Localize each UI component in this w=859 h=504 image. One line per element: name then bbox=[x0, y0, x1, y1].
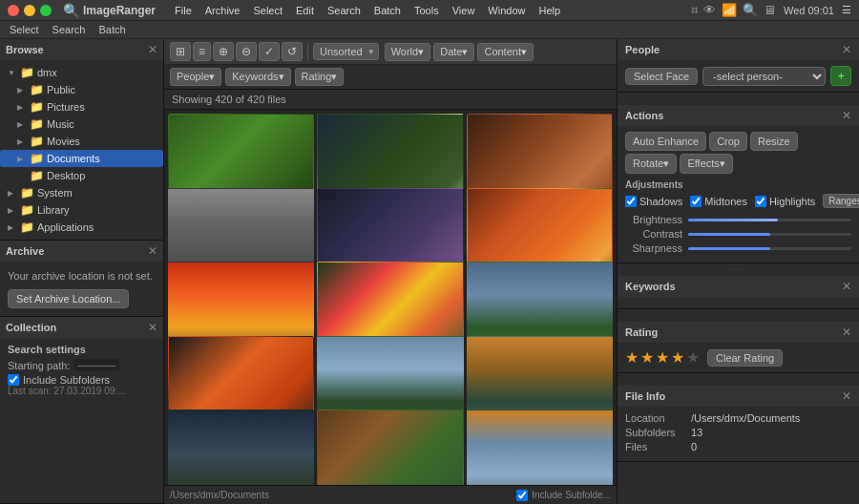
arrow-icon: ▶ bbox=[8, 223, 17, 232]
collection-close-btn[interactable]: ✕ bbox=[148, 321, 157, 334]
include-subfolders-row[interactable]: Include Subfolders bbox=[8, 374, 156, 386]
menu-search[interactable]: Search bbox=[322, 3, 367, 18]
crop-btn[interactable]: Crop bbox=[709, 132, 747, 151]
thumbnail-14[interactable] bbox=[317, 410, 463, 485]
browse-header[interactable]: Browse ✕ bbox=[0, 39, 163, 60]
view-grid-btn[interactable]: ⊞ bbox=[170, 42, 191, 61]
ranges-btn[interactable]: Ranges bbox=[823, 194, 859, 208]
rating-close-btn[interactable]: ✕ bbox=[842, 326, 851, 339]
contrast-slider[interactable] bbox=[688, 233, 851, 236]
titlebar-monitor-icon[interactable]: 🖥 bbox=[764, 3, 776, 17]
menu-view[interactable]: View bbox=[447, 3, 481, 18]
tree-item-public[interactable]: ▶ 📁 Public bbox=[0, 81, 163, 98]
clear-rating-btn[interactable]: Clear Rating bbox=[707, 349, 783, 367]
tree-item-movies[interactable]: ▶ 📁 Movies bbox=[0, 133, 163, 150]
menu-select[interactable]: Select bbox=[247, 3, 288, 18]
keywords-pill-btn[interactable]: Keywords▾ bbox=[225, 68, 290, 86]
content-filter-btn[interactable]: Content▾ bbox=[477, 43, 534, 61]
archive-close-btn[interactable]: ✕ bbox=[148, 244, 157, 258]
tree-item-dmx[interactable]: ▼ 📁 dmx bbox=[0, 64, 163, 81]
people-close-btn[interactable]: ✕ bbox=[842, 43, 851, 56]
nav-tab-select[interactable]: Select bbox=[4, 23, 45, 36]
browse-tree: ▼ 📁 dmx ▶ 📁 Public ▶ 📁 Pictures ▶ 📁 bbox=[0, 60, 163, 240]
actions-header[interactable]: Actions ✕ bbox=[618, 105, 859, 126]
fileinfo-close-btn[interactable]: ✕ bbox=[842, 389, 851, 403]
tree-item-pictures[interactable]: ▶ 📁 Pictures bbox=[0, 98, 163, 116]
menu-edit[interactable]: Edit bbox=[290, 3, 320, 18]
rating-header[interactable]: Rating ✕ bbox=[618, 322, 859, 343]
highlights-check[interactable]: Highlights bbox=[755, 196, 815, 207]
star-4[interactable]: ★ bbox=[671, 348, 684, 367]
nav-tab-batch[interactable]: Batch bbox=[93, 23, 131, 36]
tree-item-music[interactable]: ▶ 📁 Music bbox=[0, 116, 163, 133]
titlebar-icon-3[interactable]: 📶 bbox=[722, 3, 737, 17]
people-header[interactable]: People ✕ bbox=[618, 39, 859, 60]
effects-btn[interactable]: Effects▾ bbox=[680, 154, 732, 174]
star-2[interactable]: ★ bbox=[640, 348, 654, 367]
rating-pill-btn[interactable]: Rating▾ bbox=[295, 68, 345, 86]
close-window-btn[interactable] bbox=[8, 5, 19, 16]
tree-item-desktop[interactable]: 📁 Desktop bbox=[0, 167, 163, 184]
tree-item-applications[interactable]: ▶ 📁 Applications bbox=[0, 219, 163, 236]
nav-tab-search[interactable]: Search bbox=[47, 23, 92, 36]
zoom-in-btn[interactable]: ⊕ bbox=[213, 42, 234, 61]
drag-handle-3[interactable]: · · · · · bbox=[618, 309, 859, 322]
tree-item-system[interactable]: ▶ 📁 System bbox=[0, 184, 163, 201]
add-person-btn[interactable]: + bbox=[830, 66, 851, 86]
content-statusbar: Showing 420 of 420 files bbox=[164, 90, 617, 110]
people-pill-btn[interactable]: People▾ bbox=[170, 68, 221, 86]
refresh-btn[interactable]: ↺ bbox=[282, 42, 303, 61]
sort-dropdown[interactable]: Unsorted bbox=[313, 43, 379, 60]
actions-close-btn[interactable]: ✕ bbox=[842, 109, 851, 122]
titlebar-icon-1[interactable]: ⌗ bbox=[691, 3, 698, 18]
thumbnail-13[interactable] bbox=[168, 410, 314, 485]
toolbar-sep bbox=[307, 43, 308, 60]
check-btn[interactable]: ✓ bbox=[259, 42, 280, 61]
menu-tools[interactable]: Tools bbox=[409, 3, 445, 18]
select-face-btn[interactable]: Select Face bbox=[625, 68, 698, 85]
keywords-header[interactable]: Keywords ✕ bbox=[618, 276, 859, 297]
auto-enhance-btn[interactable]: Auto Enhance bbox=[625, 132, 706, 151]
menu-archive[interactable]: Archive bbox=[199, 3, 246, 18]
date-filter-btn[interactable]: Date▾ bbox=[433, 43, 474, 61]
include-subfolders-checkbox[interactable] bbox=[8, 374, 19, 386]
tree-item-documents[interactable]: ▶ 📁 Documents bbox=[0, 150, 163, 167]
thumbnail-15[interactable] bbox=[467, 410, 613, 485]
shadows-check[interactable]: Shadows bbox=[625, 196, 682, 207]
brightness-slider[interactable] bbox=[688, 219, 851, 221]
person-select[interactable]: -select person- bbox=[702, 67, 826, 86]
rotate-btn[interactable]: Rotate▾ bbox=[625, 154, 677, 174]
browse-close-btn[interactable]: ✕ bbox=[148, 43, 157, 56]
drag-handle-2[interactable]: · · · · · bbox=[618, 263, 859, 276]
midtones-check[interactable]: Midtones bbox=[690, 196, 747, 207]
zoom-out-btn[interactable]: ⊖ bbox=[236, 42, 257, 61]
titlebar-icon-2[interactable]: 👁 bbox=[703, 3, 716, 17]
world-filter-btn[interactable]: World▾ bbox=[385, 43, 431, 61]
include-subfolders-bottom-checkbox[interactable] bbox=[516, 490, 528, 501]
sharpness-slider[interactable] bbox=[688, 247, 851, 250]
menu-icon[interactable]: ☰ bbox=[842, 4, 851, 16]
minimize-window-btn[interactable] bbox=[24, 5, 35, 16]
maximize-window-btn[interactable] bbox=[40, 5, 52, 16]
star-3[interactable]: ★ bbox=[656, 348, 669, 367]
drag-handle-1[interactable]: · · · · · bbox=[618, 93, 859, 105]
menu-help[interactable]: Help bbox=[533, 3, 566, 18]
menu-file[interactable]: File bbox=[169, 3, 198, 18]
image-grid[interactable] bbox=[164, 110, 617, 485]
keywords-close-btn[interactable]: ✕ bbox=[842, 280, 851, 293]
drag-handle-4[interactable]: · · · · · bbox=[618, 373, 859, 386]
collection-header[interactable]: Collection ✕ bbox=[0, 317, 163, 338]
browse-title: Browse bbox=[6, 44, 44, 55]
resize-btn[interactable]: Resize bbox=[750, 132, 798, 151]
tree-item-library[interactable]: ▶ 📁 Library bbox=[0, 201, 163, 219]
stars[interactable]: ★ ★ ★ ★ ★ bbox=[625, 348, 700, 367]
menu-window[interactable]: Window bbox=[482, 3, 531, 18]
search-icon[interactable]: 🔍 bbox=[743, 3, 758, 17]
set-archive-location-btn[interactable]: Set Archive Location... bbox=[8, 289, 129, 308]
view-list-btn[interactable]: ≡ bbox=[193, 42, 211, 61]
star-5[interactable]: ★ bbox=[686, 348, 700, 367]
fileinfo-header[interactable]: File Info ✕ bbox=[618, 386, 859, 407]
archive-header[interactable]: Archive ✕ bbox=[0, 241, 163, 262]
menu-batch[interactable]: Batch bbox=[368, 3, 407, 18]
star-1[interactable]: ★ bbox=[625, 348, 639, 367]
